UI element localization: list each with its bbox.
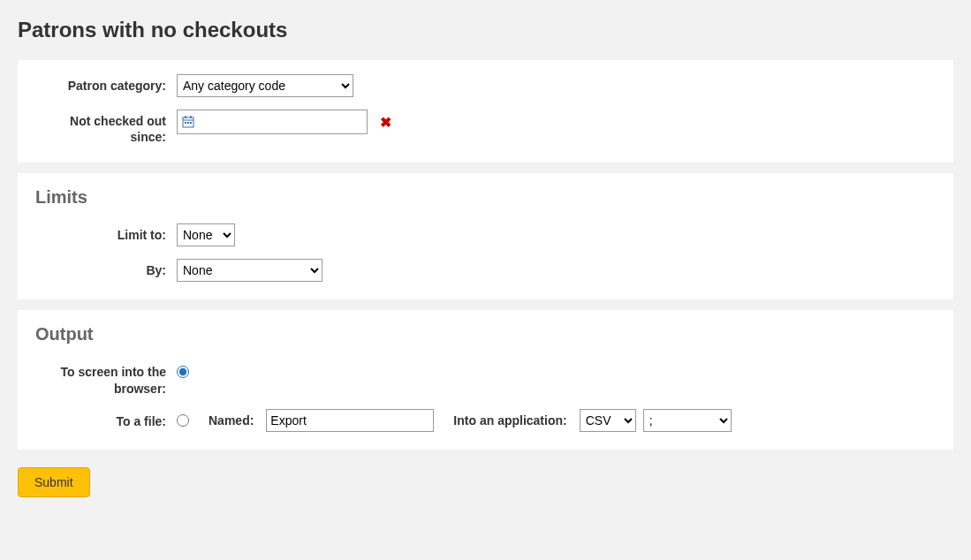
patron-category-label: Patron category: (35, 74, 177, 94)
named-label: Named: (209, 413, 254, 428)
into-application-label: Into an application: (453, 413, 566, 428)
to-file-radio[interactable] (177, 414, 189, 427)
clear-date-icon[interactable]: ✖ (380, 114, 391, 131)
output-panel: Output To screen into the browser: To a … (18, 310, 953, 449)
patron-category-select[interactable]: Any category code (177, 74, 353, 97)
format-select[interactable]: CSV (580, 409, 636, 432)
to-file-label: To a file: (35, 412, 177, 429)
not-checked-out-since-label: Not checked out since: (35, 110, 177, 145)
separator-select[interactable]: ; (643, 409, 732, 432)
page-title: Patrons with no checkouts (18, 18, 953, 42)
to-screen-label: To screen into the browser: (35, 360, 177, 396)
limits-panel: Limits Limit to: None By: None (18, 173, 953, 299)
by-select[interactable]: None (177, 259, 322, 282)
limit-to-label: Limit to: (35, 223, 177, 243)
filters-panel: Patron category: Any category code Not c… (18, 60, 953, 163)
output-heading: Output (35, 324, 936, 344)
svg-rect-4 (185, 122, 186, 124)
not-checked-out-since-input[interactable] (199, 110, 367, 133)
by-label: By: (35, 259, 177, 278)
date-input-wrapper (177, 110, 368, 134)
calendar-icon[interactable] (178, 110, 199, 133)
svg-rect-5 (187, 122, 189, 124)
svg-rect-6 (190, 122, 192, 124)
named-input[interactable] (266, 409, 434, 432)
submit-button[interactable]: Submit (18, 467, 90, 497)
limit-to-select[interactable]: None (177, 223, 235, 246)
limits-heading: Limits (35, 187, 936, 208)
to-screen-radio[interactable] (177, 366, 189, 378)
